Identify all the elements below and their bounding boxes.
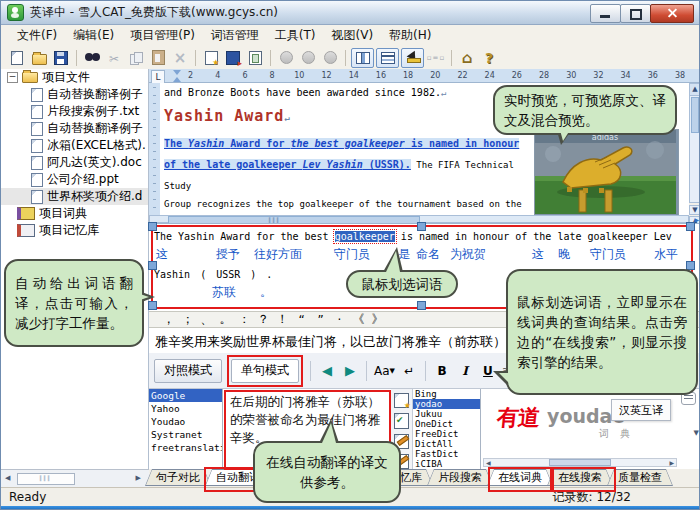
import-project-button[interactable] — [245, 48, 265, 67]
copy-button[interactable] — [126, 48, 146, 67]
punctuation-button[interactable]: ” — [311, 313, 330, 327]
golden-boot-image: adidas — [534, 129, 679, 217]
minimize-button[interactable] — [590, 4, 621, 23]
font-dropdown[interactable]: Aa▼ — [374, 361, 395, 381]
ruler-tick: 28 — [530, 71, 557, 80]
scroll-right-icon[interactable]: ▶ — [136, 474, 141, 482]
tree-root-project-files[interactable]: − 项目文件 — [1, 69, 148, 86]
memory-button-2[interactable] — [298, 48, 318, 67]
engine-list-item[interactable]: Yahoo — [149, 402, 222, 415]
delete-button[interactable] — [170, 48, 190, 67]
online-dictionary-result-pane[interactable]: 有道 youdao 词 典 汉英互译 ▼ ◀ ▶ — [481, 389, 700, 469]
tree-item-project-memory[interactable]: 项目记忆库 — [1, 222, 148, 239]
tab-quality-check[interactable]: 质量检查 — [607, 469, 673, 486]
punctuation-button[interactable]: ！ — [273, 311, 292, 328]
dictionary-list-item[interactable]: DictAll — [413, 439, 480, 449]
bold-button[interactable]: B — [433, 361, 451, 381]
menu-item[interactable]: 编辑(E) — [65, 25, 122, 46]
tree-file-item[interactable]: 自动替换翻译例子 — [1, 120, 148, 137]
indent-marker[interactable] — [173, 70, 181, 82]
tree-file-item[interactable]: 冰箱(EXCEL格式). — [1, 137, 148, 154]
menu-item[interactable]: 文件(F) — [9, 25, 65, 46]
punctuation-button[interactable]: · — [330, 313, 349, 327]
tab-fragment-search[interactable]: 片段搜索 — [427, 469, 493, 486]
punctuation-button[interactable]: “ — [292, 313, 311, 327]
open-button[interactable] — [29, 48, 49, 67]
tab-sentence-compare[interactable]: 句子对比 — [145, 469, 211, 486]
tree-file-item[interactable]: 公司介绍.ppt — [1, 171, 148, 188]
sidebar-horizontal-scrollbar[interactable]: ◀ ║║║ ▶ — [1, 469, 149, 487]
dictionary-list-item[interactable]: OneDict — [413, 419, 480, 429]
italic-button[interactable]: I — [456, 361, 474, 381]
menu-item[interactable]: 词语管理 — [203, 25, 267, 46]
tree-file-item[interactable]: 自动替换翻译例子 — [1, 86, 148, 103]
tab-compare-mode[interactable]: 对照模式 — [154, 359, 222, 383]
insert-return-button[interactable]: ↵ — [400, 361, 418, 381]
add-document-button[interactable] — [201, 48, 221, 67]
view-split-button[interactable] — [351, 48, 374, 68]
scrollbar-thumb[interactable] — [549, 459, 611, 466]
maximize-button[interactable] — [620, 4, 651, 23]
punctuation-button[interactable]: 、 — [197, 311, 216, 328]
scroll-right-icon[interactable]: ▶ — [669, 459, 674, 466]
tab-single-sentence-mode[interactable]: 单句模式 — [231, 359, 299, 383]
memory-button-3[interactable] — [320, 48, 340, 67]
close-button[interactable] — [650, 4, 694, 23]
scrollbar-thumb[interactable] — [691, 97, 699, 133]
result-horizontal-scrollbar[interactable]: ◀ ▶ — [483, 458, 677, 467]
ruler-tick: 26 — [503, 71, 530, 80]
view-horizontal-button[interactable] — [376, 48, 399, 68]
punctuation-button[interactable]: 《 — [349, 311, 368, 328]
next-segment-button[interactable]: ▶ — [341, 361, 359, 381]
scroll-up-icon[interactable]: ▲ — [690, 84, 700, 96]
tree-file-item[interactable]: 世界杯奖项介绍.d — [1, 188, 148, 205]
dictionary-list-item[interactable]: Jukuu — [413, 409, 480, 419]
tree-file-item[interactable]: 阿凡达(英文).doc — [1, 154, 148, 171]
view-edit-button[interactable] — [401, 48, 424, 68]
home-button[interactable] — [457, 48, 477, 67]
menu-item[interactable]: 视图(V) — [324, 25, 382, 46]
scroll-right-icon[interactable]: ▶ — [694, 216, 699, 223]
cut-button[interactable] — [104, 48, 124, 67]
menu-item[interactable]: 帮助(H) — [381, 25, 439, 46]
dictionary-list-item[interactable]: Bing — [413, 389, 480, 399]
dictionary-list-item[interactable]: FastDict — [413, 449, 480, 459]
memory-button-1[interactable] — [276, 48, 296, 67]
align-button[interactable]: ▫=▫ — [426, 48, 446, 67]
confirm-segment-button[interactable] — [394, 413, 409, 428]
dictionary-list-item[interactable]: FreeDict — [413, 429, 480, 439]
preview-vertical-scrollbar[interactable]: ▲ — [689, 83, 700, 203]
punctuation-button[interactable]: ？ — [254, 311, 273, 328]
menu-item[interactable]: 工具(T) — [267, 25, 324, 46]
new-segment-button[interactable] — [394, 393, 409, 408]
dictionary-list-item[interactable]: iCIBA — [413, 459, 480, 469]
preview-text: and Bronze Boots have been awarded since… — [164, 87, 540, 215]
punctuation-button[interactable]: ； — [178, 311, 197, 328]
tree-collapse-icon[interactable]: − — [7, 72, 18, 83]
save-button[interactable] — [51, 48, 71, 67]
translate-cn-en-button[interactable]: 汉英互译 — [611, 399, 671, 421]
scroll-down-icon[interactable]: ▼ — [689, 205, 700, 215]
scroll-down-icon[interactable]: ▼ — [694, 429, 699, 437]
scroll-left-icon[interactable]: ◀ — [5, 474, 10, 482]
engine-list-item[interactable]: freetranslati — [149, 441, 222, 454]
punctuation-button[interactable]: ， — [159, 311, 178, 328]
scroll-left-icon[interactable]: ◀ — [486, 459, 491, 466]
previous-segment-button[interactable]: ◀ — [318, 361, 336, 381]
menu-item[interactable]: 项目管理(P) — [122, 25, 203, 46]
export-project-button[interactable] — [223, 48, 243, 67]
new-file-button[interactable] — [7, 48, 27, 67]
punctuation-button[interactable]: 。 — [216, 311, 235, 328]
paste-button[interactable] — [148, 48, 168, 67]
tree-item-project-dictionary[interactable]: 项目词典 — [1, 205, 148, 222]
dictionary-list-item[interactable]: yodao — [413, 399, 480, 409]
find-button[interactable] — [82, 48, 102, 67]
engine-list-item[interactable]: Google — [149, 389, 222, 402]
punctuation-button[interactable]: ： — [235, 311, 254, 328]
engine-list-item[interactable]: Youdao — [149, 415, 222, 428]
punctuation-button[interactable]: 》 — [368, 311, 387, 328]
tree-file-item[interactable]: 片段搜索例子.txt — [1, 103, 148, 120]
engine-list-item[interactable]: Systranet — [149, 428, 222, 441]
help-button[interactable] — [479, 48, 499, 67]
tab-stop-indicator[interactable]: L — [151, 70, 165, 84]
